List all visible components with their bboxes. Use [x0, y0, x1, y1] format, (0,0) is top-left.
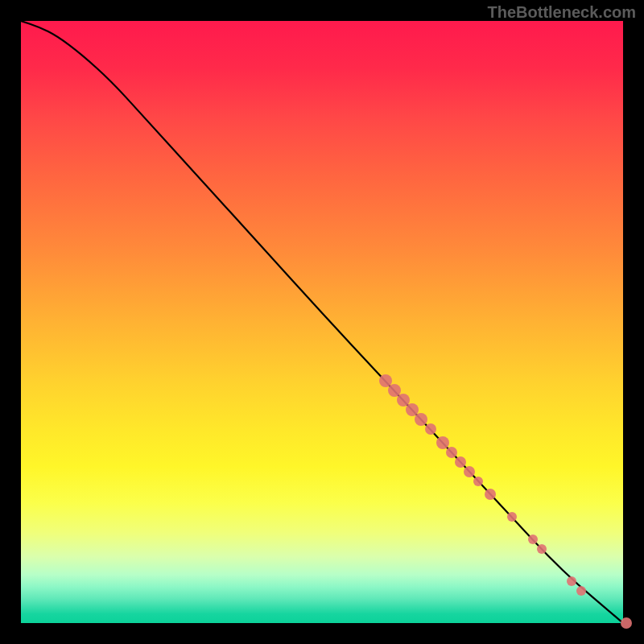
main-curve: [21, 21, 623, 623]
data-marker: [537, 544, 547, 554]
data-marker: [567, 576, 576, 586]
data-marker: [425, 423, 436, 435]
data-marker: [621, 617, 632, 629]
plot-area: [21, 21, 623, 623]
data-marker: [446, 447, 457, 458]
data-marker: [436, 436, 449, 449]
data-marker: [455, 456, 466, 468]
data-marker: [528, 535, 538, 544]
data-marker: [576, 586, 586, 596]
attribution-label: TheBottleneck.com: [488, 3, 636, 22]
data-marker: [464, 466, 475, 477]
chart-stage: TheBottleneck.com: [0, 0, 644, 644]
curve-layer: [21, 21, 623, 623]
data-marker: [507, 512, 517, 522]
data-marker: [485, 489, 496, 500]
data-marker: [473, 477, 483, 486]
data-marker: [415, 413, 427, 426]
